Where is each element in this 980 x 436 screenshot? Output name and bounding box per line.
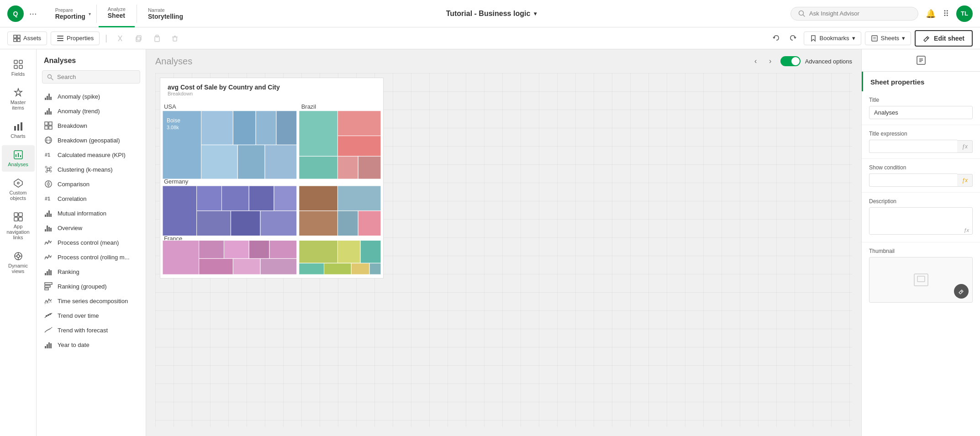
svg-point-96: [47, 314, 49, 316]
svg-rect-118: [337, 136, 381, 156]
svg-point-97: [49, 313, 51, 315]
properties-tab[interactable]: Properties: [51, 32, 100, 45]
svg-rect-30: [21, 122, 22, 131]
trend-time-label: Trend over time: [58, 312, 99, 319]
analysis-year-date[interactable]: Year to date: [37, 337, 146, 352]
analysis-breakdown[interactable]: Breakdown: [37, 118, 146, 133]
sidebar-item-app-nav[interactable]: App navigation links: [2, 207, 35, 245]
svg-rect-28: [14, 126, 16, 131]
nav-analyze-sub: Analyze: [108, 6, 126, 12]
dynamic-views-label: Dynamic views: [5, 263, 31, 274]
svg-rect-26: [14, 65, 17, 68]
svg-rect-136: [199, 241, 224, 259]
analysis-clustering[interactable]: Clustering (k-means): [37, 162, 146, 177]
prop-description-textarea[interactable]: [869, 207, 973, 235]
analysis-correlation[interactable]: #1 Correlation: [37, 191, 146, 206]
sidebar-item-fields[interactable]: Fields: [2, 55, 35, 81]
analysis-ranking-grouped[interactable]: Ranking (grouped): [37, 279, 146, 294]
analysis-process-rolling[interactable]: Process control (rolling m...: [37, 250, 146, 264]
analysis-overview[interactable]: Overview: [37, 221, 146, 235]
bookmarks-chevron: ▾: [852, 35, 855, 42]
svg-rect-99: [47, 344, 48, 348]
thumbnail-placeholder-icon: [914, 273, 928, 286]
nav-prepare[interactable]: Prepare Reporting ▾: [46, 0, 95, 27]
svg-rect-57: [45, 112, 46, 115]
prop-title-expr-input[interactable]: [869, 140, 957, 153]
analysis-time-series[interactable]: Time series decomposition: [37, 294, 146, 308]
time-series-icon: [44, 297, 53, 305]
title-expr-fx-button[interactable]: ƒx: [957, 140, 973, 153]
delete-button[interactable]: [168, 31, 182, 46]
svg-rect-81: [50, 214, 52, 217]
assets-tab[interactable]: Assets: [7, 32, 47, 45]
copy-button[interactable]: [131, 31, 146, 46]
notifications-icon[interactable]: 🔔: [926, 9, 936, 19]
cut-button[interactable]: [113, 31, 127, 46]
analyses-search-bar[interactable]: [42, 70, 140, 84]
svg-text:3.08k: 3.08k: [167, 125, 179, 130]
nav-prepare-main: Reporting: [55, 13, 85, 20]
insight-advisor-input[interactable]: [809, 10, 901, 17]
analysis-trend-time[interactable]: Trend over time: [37, 308, 146, 323]
master-items-label: Master items: [5, 100, 31, 110]
next-analysis-button[interactable]: ›: [764, 55, 777, 68]
prop-show-condition-input[interactable]: [869, 173, 957, 187]
user-avatar[interactable]: TL: [956, 5, 973, 22]
nav-narrate[interactable]: Narrate Storytelling: [139, 0, 192, 27]
prop-title-label: Title: [869, 97, 973, 103]
sidebar-item-analyses[interactable]: Analyses: [2, 145, 35, 172]
analysis-comparison[interactable]: Comparison: [37, 177, 146, 191]
nav-narrate-sub: Narrate: [148, 7, 183, 13]
app-title-chevron[interactable]: ▾: [534, 11, 537, 17]
svg-rect-60: [50, 111, 52, 115]
analysis-trend-forecast[interactable]: Trend with forecast: [37, 323, 146, 337]
svg-rect-83: [47, 226, 48, 231]
nav-analyze[interactable]: Analyze Sheet: [99, 0, 135, 27]
sidebar-item-dynamic-views[interactable]: Dynamic views: [2, 247, 35, 278]
anomaly-spike-label: Anomaly (spike): [58, 93, 100, 100]
advanced-options-toggle[interactable]: [780, 56, 801, 66]
description-fx-button[interactable]: ƒx: [964, 227, 969, 233]
svg-rect-61: [45, 122, 48, 125]
analysis-mutual-info[interactable]: Mutual information: [37, 206, 146, 221]
grid-canvas[interactable]: avg Cost of Sale by Country and City Bre…: [155, 73, 852, 427]
prev-analysis-button[interactable]: ‹: [749, 55, 762, 68]
thumbnail-edit-button[interactable]: [954, 284, 969, 299]
sidebar-item-charts[interactable]: Charts: [2, 117, 35, 143]
analysis-anomaly-trend[interactable]: Anomaly (trend): [37, 104, 146, 118]
bookmarks-button[interactable]: Bookmarks ▾: [804, 32, 861, 45]
redo-button[interactable]: [785, 31, 800, 46]
insight-advisor-search[interactable]: [790, 7, 918, 21]
more-menu-icon[interactable]: ···: [29, 8, 37, 19]
analysis-calc-measure[interactable]: #1 Calculated measure (KPI): [37, 147, 146, 162]
sidebar-item-custom-objects[interactable]: Custom objects: [2, 173, 35, 205]
analyses-panel-header: Analyses: [37, 49, 146, 68]
svg-rect-122: [163, 186, 197, 236]
svg-rect-141: [233, 258, 260, 274]
paste-button[interactable]: [149, 31, 164, 46]
qlik-logo[interactable]: Q: [7, 5, 24, 22]
svg-rect-101: [50, 343, 52, 348]
svg-rect-131: [337, 186, 381, 211]
trend-forecast-label: Trend with forecast: [58, 327, 108, 334]
svg-point-70: [45, 166, 47, 168]
analysis-process-mean[interactable]: Process control (mean): [37, 235, 146, 250]
fields-icon: [13, 59, 23, 69]
analysis-breakdown-geo[interactable]: Breakdown (geospatial): [37, 133, 146, 147]
analysis-ranking[interactable]: Ranking: [37, 264, 146, 279]
svg-rect-133: [337, 211, 358, 236]
sheets-button[interactable]: Sheets ▾: [865, 32, 911, 45]
comparison-label: Comparison: [58, 181, 90, 188]
show-condition-fx-button[interactable]: ƒx: [957, 174, 973, 187]
search-icon: [798, 10, 806, 17]
analyses-search-input[interactable]: [57, 74, 130, 80]
undo-button[interactable]: [769, 31, 784, 46]
edit-sheet-button[interactable]: Edit sheet: [915, 30, 973, 47]
svg-rect-135: [163, 241, 199, 275]
svg-rect-144: [337, 241, 360, 263]
apps-grid-icon[interactable]: ⠿: [943, 9, 949, 19]
sidebar-item-master-items[interactable]: Master items: [2, 83, 35, 115]
analysis-anomaly-spike[interactable]: Anomaly (spike): [37, 89, 146, 104]
prop-title-input[interactable]: [869, 106, 973, 119]
properties-content: Sheet properties Title Title expression …: [862, 72, 980, 436]
